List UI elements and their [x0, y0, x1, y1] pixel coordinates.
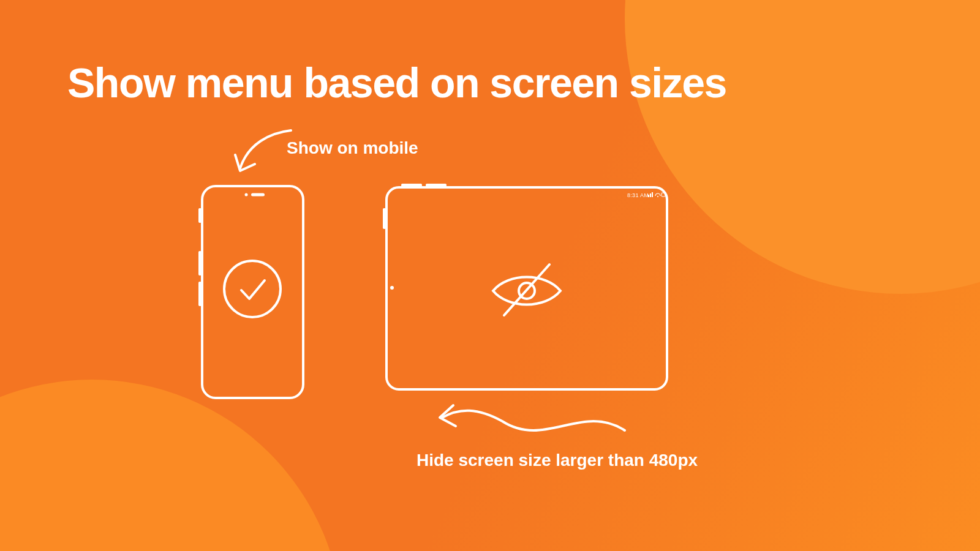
svg-rect-8: [401, 184, 422, 187]
svg-rect-1: [198, 208, 202, 223]
svg-rect-16: [662, 193, 665, 197]
hidden-eye-icon: [487, 257, 567, 324]
decor-blob-bottom-left: [0, 380, 343, 551]
svg-rect-5: [251, 193, 265, 197]
svg-rect-13: [650, 193, 651, 197]
slide-title: Show menu based on screen sizes: [67, 59, 726, 107]
decor-blob-top-right: [625, 0, 980, 294]
svg-rect-9: [426, 184, 447, 187]
check-circle-icon: [221, 257, 285, 321]
arrow-to-phone-icon: [227, 126, 318, 187]
tablet-status-time: 8:31 AM: [627, 192, 649, 198]
tablet-caption: Hide screen size larger than 480px: [417, 451, 698, 470]
svg-rect-3: [198, 282, 202, 306]
svg-rect-17: [665, 194, 666, 195]
svg-rect-12: [648, 195, 649, 197]
svg-rect-2: [198, 251, 202, 276]
slide-stage: Show menu based on screen sizes Show on …: [0, 0, 980, 551]
svg-point-6: [224, 261, 281, 317]
tablet-status-icons: [648, 191, 666, 198]
svg-rect-10: [383, 208, 386, 229]
svg-rect-14: [652, 192, 653, 197]
svg-point-11: [390, 286, 394, 290]
svg-point-4: [245, 193, 248, 197]
svg-point-15: [657, 196, 658, 197]
svg-line-19: [504, 264, 549, 315]
arrow-to-tablet-icon: [429, 397, 637, 446]
